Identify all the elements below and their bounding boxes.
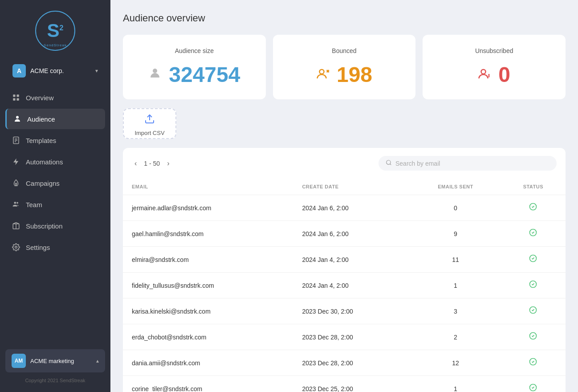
cell-email: gael.hamlin@sndstrk.com — [123, 221, 293, 247]
bolt-icon — [12, 157, 20, 166]
sidebar-item-audience[interactable]: Audience — [5, 109, 105, 129]
status-active-icon — [529, 256, 537, 265]
sidebar-item-subscription-label: Subscription — [26, 222, 63, 230]
cell-emails-sent: 9 — [410, 221, 501, 247]
sidebar-item-campaigns-label: Campaigns — [26, 180, 60, 187]
sidebar-item-campaigns[interactable]: Campaigns — [5, 173, 105, 193]
prev-page-button[interactable]: ‹ — [132, 159, 139, 168]
sidebar-item-team-label: Team — [26, 201, 42, 208]
cell-email: jermaine.adlar@sndstrk.com — [123, 195, 293, 221]
sidebar-item-automations-label: Automations — [26, 158, 63, 166]
svg-point-9 — [16, 183, 17, 184]
main-content: Audience overview Audience size 324754 B… — [110, 0, 578, 392]
people-icon — [12, 200, 20, 209]
stat-bounced-value-row: 198 — [316, 62, 372, 87]
logo-area: S2 SendStreak — [0, 0, 110, 60]
sidebar-item-settings[interactable]: Settings — [5, 237, 105, 257]
person-icon — [13, 114, 22, 123]
logo-circle: S2 SendStreak — [35, 11, 75, 51]
cell-status — [501, 376, 566, 392]
sidebar-item-overview-label: Overview — [26, 94, 54, 102]
svg-point-11 — [16, 202, 18, 204]
svg-rect-1 — [17, 94, 19, 97]
cell-status — [501, 247, 566, 273]
document-icon — [12, 136, 20, 145]
cell-email: dania.amii@sndstrk.com — [123, 350, 293, 376]
cell-status — [501, 221, 566, 247]
status-active-icon — [529, 230, 537, 239]
cell-emails-sent: 1 — [410, 273, 501, 298]
sidebar-item-templates[interactable]: Templates — [5, 130, 105, 151]
table-row: karisa.kinelski@sndstrk.com 2023 Dec 30,… — [123, 298, 566, 324]
stat-card-bounced: Bounced 198 — [273, 35, 416, 99]
workspace-selector[interactable]: A ACME corp. ▾ — [5, 60, 105, 82]
bottom-workspace-selector[interactable]: AM ACME marketing ▴ — [5, 349, 105, 372]
cell-create-date: 2024 Jan 6, 2:00 — [293, 221, 410, 247]
sidebar-item-overview[interactable]: Overview — [5, 87, 105, 108]
unsubscribed-icon — [478, 67, 491, 82]
cell-create-date: 2023 Dec 28, 2:00 — [293, 324, 410, 350]
table-row: gael.hamlin@sndstrk.com 2024 Jan 6, 2:00… — [123, 221, 566, 247]
cell-create-date: 2023 Dec 30, 2:00 — [293, 298, 410, 324]
col-emails-sent: EMAILS SENT — [410, 179, 501, 195]
status-active-icon — [529, 385, 537, 392]
stat-bounced-label: Bounced — [332, 47, 356, 54]
cell-create-date: 2024 Jan 4, 2:00 — [293, 273, 410, 298]
bounced-icon — [316, 67, 330, 82]
svg-rect-3 — [17, 98, 19, 101]
cell-email: corine_tiler@sndstrk.com — [123, 376, 293, 392]
box-icon — [12, 221, 20, 230]
cell-email: karisa.kinelski@sndstrk.com — [123, 298, 293, 324]
status-active-icon — [529, 204, 537, 213]
sidebar-item-subscription[interactable]: Subscription — [5, 216, 105, 236]
audience-table: EMAIL CREATE DATE EMAILS SENT STATUS jer… — [123, 179, 566, 392]
search-input[interactable] — [395, 160, 550, 167]
sidebar-bottom: AM ACME marketing ▴ Copyright 2021 SendS… — [0, 344, 110, 392]
cell-email: erda_chobot@sndstrk.com — [123, 324, 293, 350]
svg-point-16 — [319, 69, 324, 74]
logo-brand: SendStreak — [44, 43, 67, 47]
svg-point-14 — [15, 246, 17, 249]
rocket-icon — [12, 179, 20, 188]
stat-card-audience-size: Audience size 324754 — [123, 35, 266, 99]
copyright-text: Copyright 2021 SendStreak — [5, 376, 105, 387]
cell-create-date: 2024 Jan 6, 2:00 — [293, 195, 410, 221]
stat-unsubscribed-value: 0 — [498, 62, 510, 87]
nav-menu: Overview Audience Templates Automations — [0, 87, 110, 344]
cell-status — [501, 273, 566, 298]
status-active-icon — [529, 307, 537, 316]
search-box — [379, 156, 557, 171]
status-active-icon — [529, 359, 537, 368]
cell-emails-sent: 2 — [410, 324, 501, 350]
col-create-date: CREATE DATE — [293, 179, 410, 195]
workspace-name: ACME corp. — [30, 67, 95, 74]
grid-icon — [12, 93, 20, 102]
pagination-controls: ‹ 1 - 50 › — [132, 159, 172, 168]
stat-bounced-value: 198 — [337, 62, 372, 87]
svg-point-10 — [14, 202, 16, 204]
svg-point-15 — [153, 69, 157, 73]
table-row: jermaine.adlar@sndstrk.com 2024 Jan 6, 2… — [123, 195, 566, 221]
sidebar-item-team[interactable]: Team — [5, 194, 105, 215]
logo-sup: 2 — [60, 24, 64, 32]
import-csv-label: Import CSV — [134, 130, 164, 136]
upload-icon — [144, 111, 155, 127]
status-active-icon — [529, 333, 537, 342]
cell-email: elmira@sndstrk.com — [123, 247, 293, 273]
sidebar-item-settings-label: Settings — [26, 244, 50, 251]
workspace-avatar: A — [12, 64, 26, 78]
status-active-icon — [529, 282, 537, 290]
cell-status — [501, 350, 566, 376]
table-row: fidelity_tullusus@sndstrk.com 2024 Jan 4… — [123, 273, 566, 298]
next-page-button[interactable]: › — [164, 159, 172, 168]
cell-create-date: 2024 Jan 4, 2:00 — [293, 247, 410, 273]
bottom-workspace-name: ACME marketing — [30, 358, 96, 364]
cell-create-date: 2023 Dec 28, 2:00 — [293, 350, 410, 376]
cell-emails-sent: 3 — [410, 298, 501, 324]
sidebar-item-automations[interactable]: Automations — [5, 151, 105, 172]
import-csv-button[interactable]: Import CSV — [124, 109, 175, 138]
cell-emails-sent: 0 — [410, 195, 501, 221]
table-header-row: EMAIL CREATE DATE EMAILS SENT STATUS — [123, 179, 566, 195]
table-body: jermaine.adlar@sndstrk.com 2024 Jan 6, 2… — [123, 195, 566, 392]
cell-status — [501, 195, 566, 221]
